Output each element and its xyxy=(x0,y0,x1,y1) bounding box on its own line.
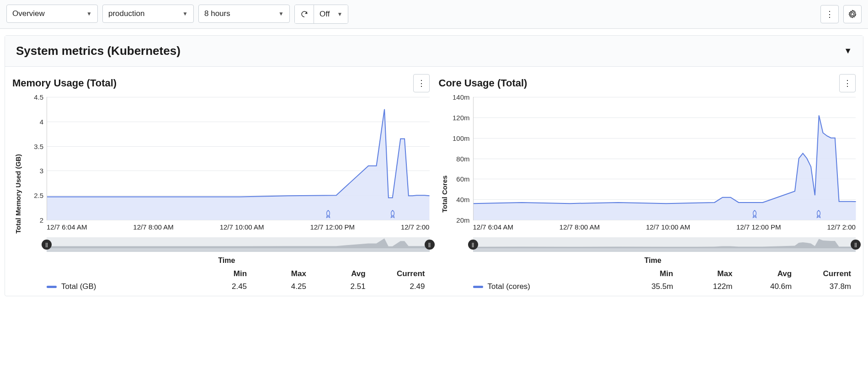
stat-avg: 40.6m xyxy=(737,282,796,291)
chevron-down-icon: ▼ xyxy=(182,11,188,17)
toolbar: Overview ▼ production ▼ 8 hours ▼ Off ▼ … xyxy=(0,0,868,29)
stat-min: 35.5m xyxy=(618,282,678,291)
legend-cell: Total (GB) xyxy=(47,282,192,291)
panel-header: Memory Usage (Total) ⋮ xyxy=(12,71,430,97)
stat-avg: 2.51 xyxy=(311,282,370,291)
stat-header: Avg xyxy=(737,269,796,278)
view-select-label: Overview xyxy=(12,9,45,18)
stat-header: Current xyxy=(796,269,856,278)
refresh-button[interactable] xyxy=(295,5,314,23)
x-axis-label: Time xyxy=(450,256,856,265)
panel-title: Memory Usage (Total) xyxy=(12,77,117,89)
plot[interactable]: 22.533.544.5 xyxy=(47,97,430,220)
chevron-down-icon: ▼ xyxy=(844,46,852,56)
chart-area: 20m40m60m80m100m120m140m 12/7 6:04 AM12/… xyxy=(450,97,856,291)
timerange-select-label: 8 hours xyxy=(204,9,230,18)
stat-header: Avg xyxy=(311,269,370,278)
chevron-down-icon: ▼ xyxy=(86,11,92,17)
stat-header: Current xyxy=(370,269,430,278)
stat-min: 2.45 xyxy=(192,282,251,291)
chevron-down-icon: ▼ xyxy=(278,11,284,17)
panel-header: Core Usage (Total) ⋮ xyxy=(439,71,856,97)
x-ticks: 12/7 6:04 AM12/7 8:00 AM12/7 10:00 AM12/… xyxy=(47,223,430,231)
settings-button[interactable] xyxy=(843,5,862,23)
stats-table: Min Max Avg Current Total (cores) 35.5m … xyxy=(473,269,856,291)
section-system-metrics: System metrics (Kubernetes) ▼ Memory Usa… xyxy=(5,35,863,296)
stat-max: 122m xyxy=(678,282,737,291)
section-header[interactable]: System metrics (Kubernetes) ▼ xyxy=(5,36,863,67)
scrubber-handle-left[interactable]: || xyxy=(468,240,478,250)
scrubber-track xyxy=(47,248,430,252)
scrubber-track xyxy=(473,248,856,252)
stat-header: Min xyxy=(618,269,678,278)
panel-memory-usage: Memory Usage (Total) ⋮ Total Memory Used… xyxy=(12,71,430,291)
env-select[interactable]: production ▼ xyxy=(102,5,194,23)
scrubber-mini xyxy=(47,237,430,248)
legend-swatch xyxy=(47,286,57,288)
kebab-icon: ⋮ xyxy=(843,78,852,88)
stat-header: Min xyxy=(192,269,251,278)
panel-core-usage: Core Usage (Total) ⋮ Total Cores 20m40m6… xyxy=(439,71,856,291)
env-select-label: production xyxy=(108,9,144,18)
panel-menu-button[interactable]: ⋮ xyxy=(413,74,430,92)
stats-header-row: Min Max Avg Current xyxy=(473,269,856,278)
panels-row: Memory Usage (Total) ⋮ Total Memory Used… xyxy=(5,67,863,296)
gear-icon xyxy=(848,10,857,19)
refresh-group: Off ▼ xyxy=(294,5,348,24)
x-ticks: 12/7 6:04 AM12/7 8:00 AM12/7 10:00 AM12/… xyxy=(473,223,856,231)
toolbar-right: ⋮ xyxy=(820,5,862,23)
timerange-select[interactable]: 8 hours ▼ xyxy=(198,5,290,23)
refresh-interval-label: Off xyxy=(320,10,330,19)
scrubber-handle-right[interactable]: || xyxy=(851,240,861,250)
stats-row[interactable]: Total (cores) 35.5m 122m 40.6m 37.8m xyxy=(473,282,856,291)
kebab-icon: ⋮ xyxy=(825,9,834,19)
panel-title: Core Usage (Total) xyxy=(439,77,527,89)
legend-label: Total (cores) xyxy=(488,282,531,291)
kebab-icon: ⋮ xyxy=(417,78,426,88)
chevron-down-icon: ▼ xyxy=(337,11,342,17)
stat-current: 37.8m xyxy=(796,282,856,291)
toolbar-left: Overview ▼ production ▼ 8 hours ▼ Off ▼ xyxy=(6,5,348,24)
stat-current: 2.49 xyxy=(370,282,430,291)
scrubber-mini xyxy=(473,237,856,248)
refresh-icon xyxy=(300,10,309,18)
chart: Total Memory Used (GB) 22.533.544.5 12/7… xyxy=(12,97,430,291)
more-button[interactable]: ⋮ xyxy=(820,5,839,23)
stat-header: Max xyxy=(251,269,311,278)
panel-menu-button[interactable]: ⋮ xyxy=(839,74,856,92)
chart-area: 22.533.544.5 12/7 6:04 AM12/7 8:00 AM12/… xyxy=(24,97,430,291)
section-title: System metrics (Kubernetes) xyxy=(16,44,181,58)
y-axis-label: Total Cores xyxy=(439,97,450,291)
time-scrubber[interactable]: || || xyxy=(47,237,430,252)
stats-row[interactable]: Total (GB) 2.45 4.25 2.51 2.49 xyxy=(47,282,430,291)
view-select[interactable]: Overview ▼ xyxy=(6,5,98,23)
refresh-interval-select[interactable]: Off ▼ xyxy=(314,5,348,23)
stats-table: Min Max Avg Current Total (GB) 2.45 4.25 xyxy=(47,269,430,291)
scrubber-handle-left[interactable]: || xyxy=(42,240,52,250)
x-axis-label: Time xyxy=(24,256,430,265)
legend-swatch xyxy=(473,286,483,288)
legend-cell: Total (cores) xyxy=(473,282,618,291)
y-axis-label: Total Memory Used (GB) xyxy=(12,97,24,291)
stat-max: 4.25 xyxy=(251,282,311,291)
time-scrubber[interactable]: || || xyxy=(473,237,856,252)
stat-header: Max xyxy=(678,269,737,278)
plot[interactable]: 20m40m60m80m100m120m140m xyxy=(473,97,856,220)
legend-label: Total (GB) xyxy=(61,282,96,291)
stats-header-row: Min Max Avg Current xyxy=(47,269,430,278)
chart: Total Cores 20m40m60m80m100m120m140m 12/… xyxy=(439,97,856,291)
scrubber-handle-right[interactable]: || xyxy=(425,240,435,250)
